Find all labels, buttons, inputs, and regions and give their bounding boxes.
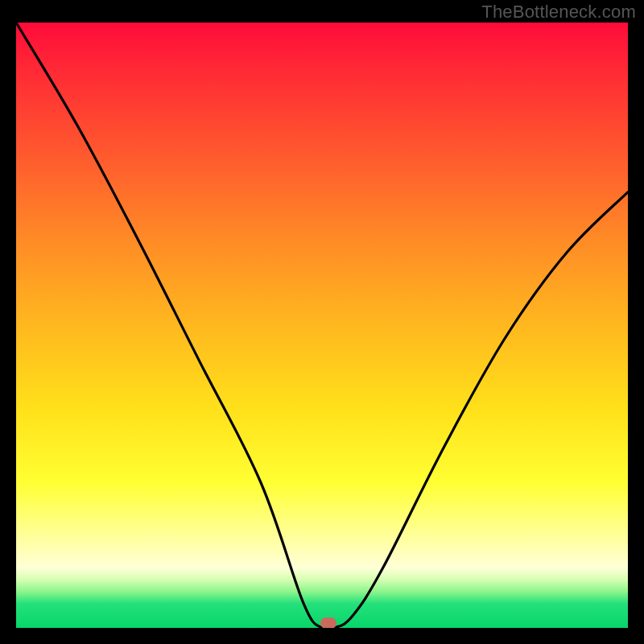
optimal-point-marker [320,617,336,628]
plot-area [16,23,628,628]
watermark-text: TheBottleneck.com [481,2,636,23]
curve-overlay [16,23,628,628]
bottleneck-curve-path [16,23,628,628]
chart-frame: TheBottleneck.com [0,0,644,644]
